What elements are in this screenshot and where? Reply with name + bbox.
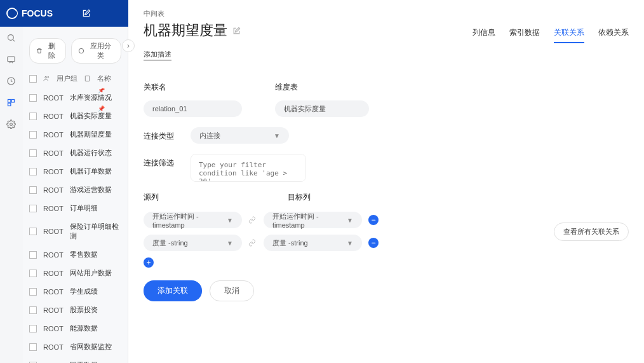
row-checkbox[interactable]	[29, 168, 37, 175]
page-title: 机器期望度量	[144, 21, 241, 40]
sidebar-item[interactable]: ROOT 省网数据监控	[23, 338, 128, 356]
add-description-link[interactable]: 添加描述	[144, 50, 171, 60]
sidebar-item[interactable]: ROOT 网站用户数据	[23, 264, 128, 282]
chevron-down-icon: ▼	[227, 217, 233, 224]
tab[interactable]: 关联关系	[554, 27, 584, 43]
row-owner: ROOT	[43, 168, 64, 175]
target-column-select[interactable]: 开始运作时间 -timestamp ▼	[264, 212, 362, 228]
source-column-value: 度量 -string	[152, 238, 188, 248]
target-column-select[interactable]: 度量 -string ▼	[264, 235, 362, 251]
sidebar-item[interactable]: ROOT 机器运行状态	[23, 144, 128, 162]
relation-name-input[interactable]	[144, 100, 242, 117]
svg-point-7	[79, 48, 83, 53]
row-checkbox[interactable]	[29, 343, 37, 351]
row-checkbox[interactable]	[29, 186, 37, 194]
svg-point-9	[48, 76, 49, 78]
join-type-value: 内连接	[199, 131, 220, 140]
chevron-down-icon: ▼	[347, 240, 353, 247]
gear-icon[interactable]	[6, 120, 17, 130]
row-name: 股票投资	[70, 305, 98, 315]
chevron-down-icon: ▼	[274, 132, 280, 139]
row-checkbox[interactable]	[29, 306, 37, 314]
sidebar-item[interactable]: ROOT 游戏运营数据	[23, 181, 128, 199]
chat-icon[interactable]	[6, 55, 17, 65]
sidebar-item[interactable]: ROOT 学生成绩	[23, 282, 128, 301]
sidebar-item[interactable]: ROOT 机器订单数据	[23, 162, 128, 181]
title-text: 机器期望度量	[144, 21, 227, 40]
row-owner: ROOT	[43, 288, 64, 296]
header-name: 名称	[97, 74, 111, 83]
row-checkbox[interactable]	[29, 228, 37, 235]
row-checkbox[interactable]	[29, 270, 37, 277]
svg-rect-10	[85, 76, 89, 81]
src-col-label: 源列	[144, 192, 242, 203]
source-column-select[interactable]: 开始运作时间 -timestamp ▼	[144, 212, 242, 228]
dim-table-select[interactable]: 机器实际度量	[275, 100, 369, 117]
delete-button[interactable]: 删除	[29, 38, 66, 64]
row-name: 省网数据监控	[70, 342, 112, 352]
svg-rect-3	[8, 100, 11, 102]
row-checkbox[interactable]	[29, 288, 37, 296]
join-type-select[interactable]: 内连接 ▼	[191, 127, 289, 144]
tab[interactable]: 列信息	[473, 27, 495, 43]
row-owner: ROOT	[43, 306, 64, 314]
collapse-sidebar-button[interactable]: ›	[122, 39, 135, 52]
clock-icon[interactable]	[6, 76, 17, 86]
row-name: 机器期望度量	[70, 130, 112, 139]
icon-rail	[0, 0, 23, 363]
row-checkbox[interactable]	[29, 325, 37, 332]
edit-title-icon[interactable]	[232, 27, 241, 35]
tabs: 列信息索引数据关联关系依赖关系	[473, 27, 629, 43]
tab[interactable]: 依赖关系	[598, 27, 629, 43]
row-name: 游戏运营数据	[70, 185, 112, 195]
row-owner: ROOT	[43, 94, 64, 102]
main-content: 中间表 机器期望度量 列信息索引数据关联关系依赖关系 添加描述 关联名 维度表	[128, 0, 644, 363]
row-checkbox[interactable]	[29, 205, 37, 212]
select-all-checkbox[interactable]	[29, 75, 37, 83]
sidebar-item[interactable]: ROOT 股票投资	[23, 301, 128, 319]
row-owner: ROOT	[43, 113, 64, 120]
row-name: 机器实际度量	[70, 111, 112, 121]
pin-icon: 📌	[98, 88, 105, 93]
row-name: 机器运行状态	[70, 148, 112, 158]
category-button[interactable]: 应用分类	[71, 38, 121, 64]
view-all-relations-button[interactable]: 查看所有关联关系	[554, 223, 629, 241]
sidebar-item[interactable]: ROOT 水库资源情况 📌	[23, 88, 128, 107]
svg-rect-5	[8, 103, 11, 106]
sidebar-item[interactable]: ROOT 零售数据	[23, 245, 128, 264]
row-checkbox[interactable]	[29, 149, 37, 157]
sidebar-item[interactable]: ROOT 机器实际度量 📌	[23, 107, 128, 125]
dim-table-label: 维度表	[275, 82, 369, 93]
row-checkbox[interactable]	[29, 251, 37, 259]
sidebar-item[interactable]: ROOT 能源数据	[23, 319, 128, 338]
sidebar-item[interactable]: ROOT 保险订单明细检测	[23, 217, 128, 245]
add-mapping-button[interactable]: +	[144, 257, 154, 268]
target-column-value: 度量 -string	[272, 238, 308, 248]
sidebar-item[interactable]: ROOT 机器期望度量	[23, 125, 128, 144]
row-checkbox[interactable]	[29, 94, 37, 102]
add-relation-button[interactable]: 添加关联	[144, 280, 202, 301]
brand-bar: FOCUS	[0, 0, 128, 27]
remove-mapping-button[interactable]: −	[368, 215, 379, 225]
tab[interactable]: 索引数据	[509, 27, 540, 43]
remove-mapping-button[interactable]: −	[368, 238, 379, 248]
svg-point-0	[8, 35, 14, 41]
source-column-select[interactable]: 度量 -string ▼	[144, 235, 242, 251]
data-icon[interactable]	[6, 98, 17, 108]
chevron-down-icon: ▼	[227, 240, 233, 247]
row-owner: ROOT	[43, 131, 64, 139]
row-checkbox[interactable]	[29, 113, 37, 120]
filter-textarea[interactable]	[191, 154, 306, 182]
logo-icon	[6, 8, 18, 19]
search-icon[interactable]	[6, 33, 17, 43]
sidebar: › 删除 应用分类 用户组 名称 ROOT 水库资源情况 📌 ROOT 机器实际…	[23, 0, 128, 363]
sidebar-item[interactable]: ROOT 订单明细	[23, 199, 128, 217]
row-owner: ROOT	[43, 251, 64, 259]
cancel-button[interactable]: 取消	[210, 280, 254, 301]
svg-rect-1	[8, 57, 15, 62]
sidebar-item[interactable]: ROOT 职工数据	[23, 356, 128, 363]
filter-label: 连接筛选	[144, 154, 175, 168]
sidebar-list-header: 用户组 名称	[23, 71, 128, 88]
row-checkbox[interactable]	[29, 131, 37, 139]
compose-icon[interactable]	[82, 9, 91, 18]
